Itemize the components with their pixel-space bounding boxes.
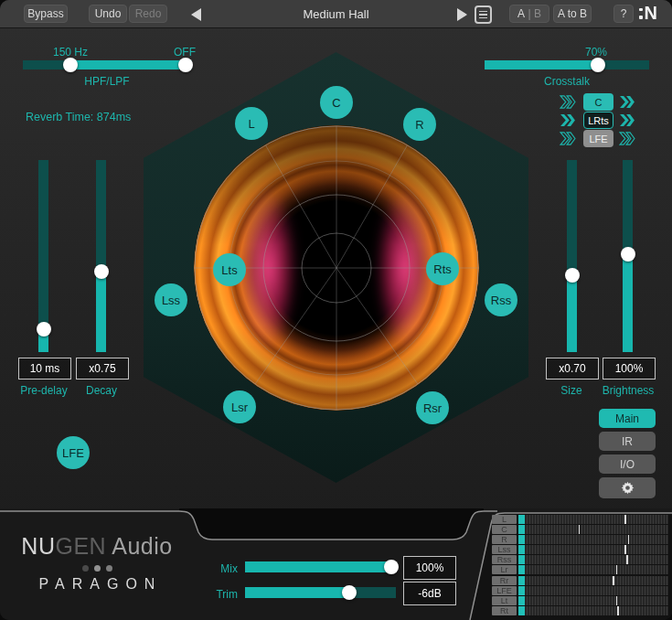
mix-value[interactable]: 100% (403, 556, 456, 580)
brand-wordmark: NUGEN Audio (0, 533, 194, 560)
peak-marker (626, 555, 628, 564)
tab-main[interactable]: Main (599, 409, 656, 428)
routing-button-c[interactable]: C (583, 93, 613, 111)
ab-a-label: A (517, 7, 525, 20)
channel-button-rss[interactable]: Rss (485, 283, 517, 316)
crosstalk-slider[interactable] (485, 60, 649, 69)
chevron-left-icon[interactable] (560, 95, 576, 109)
routing-button-lfe[interactable]: LFE (583, 130, 613, 147)
mix-fill (245, 561, 391, 572)
preset-list-icon[interactable] (475, 5, 492, 24)
trim-value[interactable]: -6dB (403, 582, 456, 605)
meter-bar (518, 565, 668, 574)
brand-audio: Audio (106, 533, 173, 559)
crosstalk-fill (485, 60, 598, 69)
hpf-handle[interactable] (63, 58, 78, 72)
lpf-value-label: OFF (157, 46, 212, 59)
pre-delay-value[interactable]: 10 ms (18, 358, 71, 379)
settings-button[interactable] (599, 477, 656, 498)
redo-button[interactable]: Redo (129, 5, 167, 23)
brand-dots (0, 565, 194, 572)
trim-label: Trim (207, 588, 238, 601)
product-name: PARAGON (0, 576, 194, 593)
chevron-right-icon[interactable] (619, 132, 635, 145)
size-value[interactable]: x0.70 (546, 358, 599, 379)
routing-button-lrts[interactable]: LRts (583, 112, 613, 129)
meter-row-r: R (492, 535, 668, 544)
pre-delay-handle[interactable] (37, 322, 51, 337)
crosstalk-handle[interactable] (591, 58, 605, 72)
meter-label: Rr (492, 576, 517, 585)
meter-bar (518, 586, 668, 595)
undo-button[interactable]: Undo (89, 5, 127, 23)
trim-handle[interactable] (342, 585, 357, 600)
meter-row-c: C (492, 525, 668, 534)
brightness-value[interactable]: 100% (603, 358, 656, 379)
channel-button-rsr[interactable]: Rsr (416, 391, 449, 424)
meter-level (518, 586, 525, 595)
brightness-handle[interactable] (621, 247, 635, 262)
peak-marker (616, 596, 618, 605)
hpf-lpf-label: HPF/LPF (70, 75, 144, 88)
mix-handle[interactable] (384, 560, 399, 574)
footer-panel: NUGEN Audio PARAGON Mix 100% Trim -6dB L… (0, 508, 672, 620)
help-button[interactable]: ? (613, 5, 634, 23)
trim-slider[interactable] (245, 587, 396, 598)
meter-label: Lss (492, 545, 517, 554)
meter-level (518, 515, 525, 524)
meter-label: R (492, 535, 517, 544)
meter-row-l: L (492, 515, 668, 524)
meter-label: Rt (492, 606, 517, 615)
hpf-lpf-slider[interactable] (23, 60, 192, 69)
decay-value[interactable]: x0.75 (76, 358, 129, 379)
hpf-lpf-fill (70, 60, 186, 69)
meter-level (518, 576, 525, 585)
decay-slider[interactable] (96, 160, 106, 352)
channel-button-lfe[interactable]: LFE (57, 436, 90, 469)
channel-button-c[interactable]: C (320, 86, 353, 119)
chevron-left-icon[interactable] (560, 132, 576, 145)
crosstalk-value: 70% (569, 46, 624, 59)
channel-button-r[interactable]: R (403, 108, 436, 141)
chevron-right-icon[interactable] (619, 113, 635, 127)
tab-io[interactable]: I/O (599, 454, 656, 474)
channel-button-rts[interactable]: Rts (426, 252, 459, 285)
meter-bar (518, 545, 668, 554)
nugen-logo: N (639, 3, 657, 24)
size-fill (567, 275, 577, 352)
logo-dots (639, 8, 643, 19)
meter-row-lt: Lt (492, 596, 668, 605)
meter-label: LFE (492, 586, 517, 595)
mix-label: Mix (207, 562, 238, 575)
a-to-b-button[interactable]: A to B (553, 5, 592, 23)
meter-row-rt: Rt (492, 606, 668, 615)
channel-button-lss[interactable]: Lss (155, 283, 187, 316)
meter-row-rss: Rss (492, 555, 668, 564)
peak-marker (624, 515, 626, 524)
next-preset-icon[interactable] (457, 8, 467, 21)
meter-row-lfe: LFE (492, 586, 668, 595)
decay-handle[interactable] (94, 264, 109, 279)
size-slider[interactable] (567, 160, 577, 352)
mix-slider[interactable] (245, 561, 396, 572)
decay-fill (96, 272, 106, 352)
peak-marker (579, 525, 581, 534)
meter-bar (518, 555, 668, 564)
lpf-handle[interactable] (178, 58, 193, 72)
brightness-label: Brightness (592, 384, 665, 397)
meter-bar (518, 606, 668, 615)
preset-name[interactable]: Medium Hall (256, 0, 416, 27)
hpf-value-label: 150 Hz (43, 46, 98, 59)
bypass-button[interactable]: Bypass (24, 5, 68, 23)
chevron-left-icon[interactable] (560, 113, 576, 127)
ab-compare-button[interactable]: A | B (509, 5, 549, 23)
tab-ir[interactable]: IR (599, 432, 656, 451)
channel-button-lsr[interactable]: Lsr (223, 390, 256, 423)
channel-button-lts[interactable]: Lts (213, 253, 246, 286)
chevron-right-icon[interactable] (619, 95, 635, 109)
title-bar: Bypass Undo Redo Medium Hall A | B A to … (0, 0, 672, 28)
channel-button-l[interactable]: L (235, 107, 268, 140)
meter-level (518, 565, 525, 574)
previous-preset-icon[interactable] (191, 8, 201, 21)
size-handle[interactable] (565, 268, 580, 283)
